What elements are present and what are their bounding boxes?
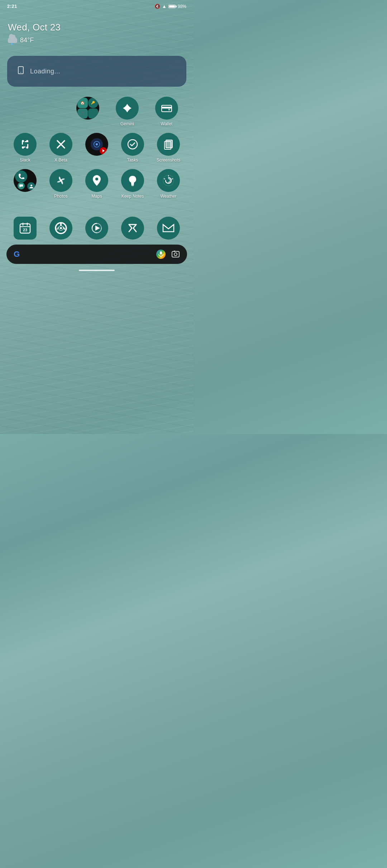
home-bar bbox=[79, 270, 115, 271]
play-icon[interactable] bbox=[85, 217, 108, 240]
keep-notes-app-item[interactable]: Keep Notes bbox=[116, 169, 149, 199]
svg-line-27 bbox=[172, 179, 173, 179]
mute-icon: 🔇 bbox=[154, 4, 160, 9]
svg-rect-10 bbox=[27, 144, 28, 148]
chrome-icon[interactable] bbox=[49, 217, 72, 240]
phone-icon bbox=[16, 66, 25, 77]
gmail-icon[interactable] bbox=[157, 217, 180, 240]
date-weather-widget: Wed, Oct 23 84°F bbox=[0, 11, 194, 52]
svg-point-22 bbox=[95, 178, 98, 180]
calendar-icon[interactable]: 23 bbox=[14, 217, 37, 240]
keep-notes-icon[interactable] bbox=[121, 169, 144, 192]
weather-icon bbox=[8, 35, 18, 45]
svg-rect-48 bbox=[172, 251, 179, 257]
app-row-3: Photos Maps bbox=[0, 167, 194, 199]
x-beta-icon[interactable] bbox=[49, 133, 72, 156]
tasks-label: Tasks bbox=[127, 158, 138, 163]
temperature-display: 84°F bbox=[20, 37, 34, 44]
podcast-yt-app-item[interactable] bbox=[81, 133, 113, 163]
wallet-icon[interactable] bbox=[155, 97, 178, 120]
phone-contacts-item[interactable] bbox=[9, 169, 41, 199]
svg-line-28 bbox=[164, 179, 165, 179]
calendar-dock-item[interactable]: 23 bbox=[9, 217, 41, 240]
phone-contacts-icon[interactable] bbox=[14, 169, 37, 192]
svg-rect-19 bbox=[166, 140, 172, 148]
gmail-dock-item[interactable] bbox=[152, 217, 185, 240]
maps-icon[interactable] bbox=[85, 169, 108, 192]
svg-point-1 bbox=[20, 72, 21, 73]
search-action-icons bbox=[156, 250, 180, 259]
svg-rect-12 bbox=[25, 141, 28, 142]
svg-rect-46 bbox=[160, 251, 162, 255]
svg-rect-24 bbox=[132, 185, 134, 186]
play-games-icon[interactable] bbox=[121, 217, 144, 240]
gemini-app-item[interactable]: Gemini bbox=[111, 97, 143, 126]
svg-rect-11 bbox=[22, 146, 25, 148]
screenshots-icon[interactable] bbox=[157, 133, 180, 156]
maps-app-item[interactable]: Maps bbox=[81, 169, 113, 199]
maps-label: Maps bbox=[91, 194, 102, 199]
slack-app-item[interactable]: Slack bbox=[9, 133, 41, 163]
dock: 23 bbox=[0, 214, 194, 242]
svg-point-21 bbox=[60, 179, 62, 182]
tasks-app-item[interactable]: Tasks bbox=[116, 133, 149, 163]
weather-label: Weather bbox=[160, 194, 176, 199]
chrome-dock-item[interactable] bbox=[45, 217, 77, 240]
svg-rect-23 bbox=[131, 185, 134, 185]
weather-row: 84°F bbox=[8, 35, 186, 45]
svg-rect-9 bbox=[22, 141, 23, 145]
svg-marker-16 bbox=[102, 149, 105, 152]
play-games-dock-item[interactable] bbox=[116, 217, 149, 240]
grouped-apps-item[interactable]: 🏠 🔑 🎵 bbox=[72, 97, 104, 126]
app-row-middle: Slack X Beta bbox=[7, 133, 186, 163]
gemini-icon[interactable] bbox=[116, 97, 139, 120]
status-bar: 2:21 🔇 ▲ 98% bbox=[0, 0, 194, 11]
search-bar[interactable]: G bbox=[6, 245, 187, 264]
svg-marker-44 bbox=[95, 226, 100, 231]
gemini-label: Gemini bbox=[120, 121, 134, 126]
google-logo: G bbox=[14, 250, 20, 259]
svg-point-49 bbox=[174, 253, 177, 256]
sub-icon-home: 🏠 bbox=[77, 98, 88, 108]
battery-level: 98% bbox=[178, 4, 186, 9]
svg-point-41 bbox=[60, 227, 62, 229]
sub-icon-audio: 🎵 bbox=[77, 108, 88, 119]
x-beta-app-item[interactable]: X Beta bbox=[45, 133, 77, 163]
x-beta-label: X Beta bbox=[54, 158, 67, 163]
svg-point-17 bbox=[128, 140, 137, 149]
keep-notes-label: Keep Notes bbox=[121, 194, 144, 199]
date-display: Wed, Oct 23 bbox=[8, 22, 186, 33]
sub-icon-more bbox=[88, 108, 99, 119]
weather-icon-app[interactable] bbox=[157, 169, 180, 192]
play-dock-item[interactable] bbox=[81, 217, 113, 240]
status-time: 2:21 bbox=[7, 4, 17, 9]
screenshots-app-item[interactable]: Screenshots bbox=[152, 133, 185, 163]
svg-point-20 bbox=[30, 184, 32, 186]
photos-app-item[interactable]: Photos bbox=[45, 169, 77, 199]
photos-icon[interactable] bbox=[49, 169, 72, 192]
weather-app-item[interactable]: Weather bbox=[152, 169, 185, 199]
voice-search-button[interactable] bbox=[156, 250, 166, 259]
slack-label: Slack bbox=[20, 158, 30, 163]
svg-point-25 bbox=[163, 175, 174, 186]
wifi-icon: ▲ bbox=[162, 4, 167, 9]
wallet-app-item[interactable]: Wallet bbox=[150, 97, 183, 126]
photos-label: Photos bbox=[54, 194, 67, 199]
app-row-1: 🏠 🔑 🎵 Gemini bbox=[0, 94, 194, 126]
app-row-top: 🏠 🔑 🎵 Gemini bbox=[7, 97, 186, 126]
home-indicator bbox=[0, 267, 194, 273]
svg-rect-50 bbox=[174, 251, 175, 252]
home-screen: 2:21 🔇 ▲ 98% Wed, Oct 23 84°F bbox=[0, 0, 194, 434]
lens-search-button[interactable] bbox=[171, 250, 180, 259]
status-icons: 🔇 ▲ 98% bbox=[154, 4, 186, 9]
loading-widget: Loading... bbox=[7, 56, 186, 87]
tasks-icon[interactable] bbox=[121, 133, 144, 156]
svg-point-4 bbox=[168, 109, 170, 111]
podcast-yt-icon[interactable] bbox=[85, 133, 108, 156]
sub-icon-keys: 🔑 bbox=[88, 98, 99, 108]
svg-text:23: 23 bbox=[23, 228, 27, 232]
app-row-bottom: Photos Maps bbox=[7, 169, 186, 199]
svg-rect-3 bbox=[162, 107, 172, 108]
grouped-apps-icon[interactable]: 🏠 🔑 🎵 bbox=[76, 97, 99, 120]
slack-icon[interactable] bbox=[14, 133, 37, 156]
